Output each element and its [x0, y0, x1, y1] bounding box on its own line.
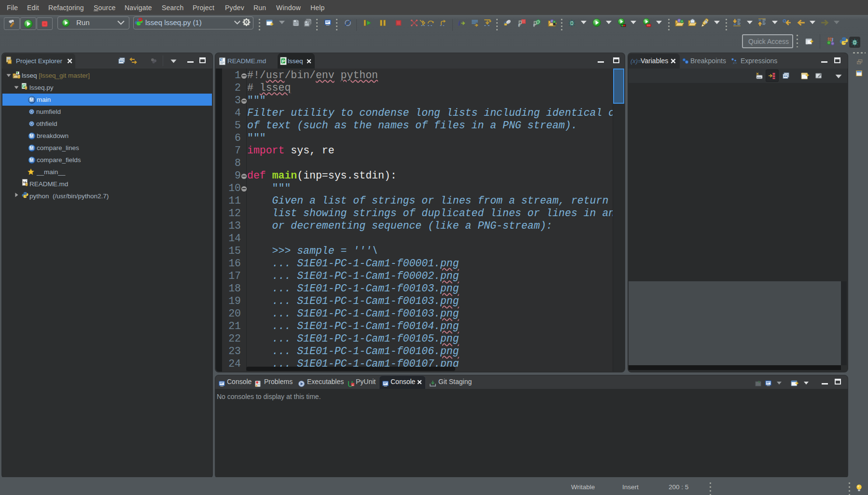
svg-text:i: i — [458, 19, 461, 27]
svg-text:M: M — [29, 158, 33, 163]
svg-text:M: M — [29, 146, 33, 151]
svg-text:u: u — [352, 383, 353, 386]
svg-text:M: M — [29, 134, 33, 139]
svg-text:P: P — [282, 59, 285, 64]
svg-text:P: P — [518, 23, 520, 28]
svg-text:M: M — [29, 97, 33, 103]
svg-text:x=: x= — [732, 61, 737, 65]
svg-text:P: P — [533, 23, 535, 28]
